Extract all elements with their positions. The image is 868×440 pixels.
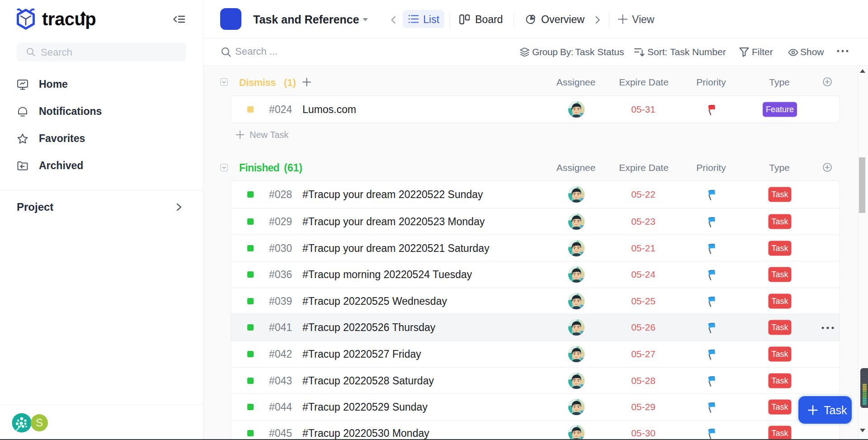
svg-text:S: S [36, 416, 43, 429]
